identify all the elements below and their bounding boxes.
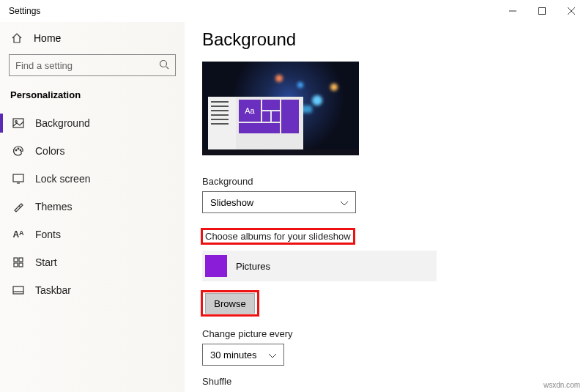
dropdown-value: 30 minutes xyxy=(210,350,257,360)
svg-point-8 xyxy=(15,149,17,151)
dropdown-value: Slideshow xyxy=(210,197,253,208)
svg-line-5 xyxy=(166,67,168,69)
album-name: Pictures xyxy=(236,261,270,272)
lock-screen-icon xyxy=(12,174,25,184)
svg-point-7 xyxy=(15,121,18,123)
background-label: Background xyxy=(202,176,586,187)
svg-rect-15 xyxy=(14,263,18,267)
svg-rect-16 xyxy=(19,263,23,267)
sidebar-item-label: Background xyxy=(35,117,90,129)
palette-icon xyxy=(12,145,25,157)
image-icon xyxy=(12,118,25,128)
content: Background Aa xyxy=(185,22,586,392)
maximize-button[interactable] xyxy=(527,0,557,22)
home-label: Home xyxy=(34,32,61,44)
background-dropdown[interactable]: Slideshow xyxy=(202,191,356,213)
album-item[interactable]: Pictures xyxy=(202,251,437,281)
sidebar-item-themes[interactable]: Themes xyxy=(7,193,177,221)
desktop-preview: Aa xyxy=(202,62,359,155)
sidebar-item-lock-screen[interactable]: Lock screen xyxy=(7,165,177,193)
svg-rect-13 xyxy=(14,258,18,262)
page-title: Background xyxy=(202,29,586,50)
svg-point-10 xyxy=(20,149,21,151)
sidebar-item-label: Fonts xyxy=(35,229,61,240)
sidebar-item-label: Colors xyxy=(35,145,64,157)
sidebar-item-label: Themes xyxy=(35,201,73,212)
chevron-down-icon xyxy=(269,350,276,360)
sidebar-item-label: Taskbar xyxy=(35,284,71,296)
home-link[interactable]: Home xyxy=(7,26,177,51)
home-icon xyxy=(10,32,23,44)
svg-rect-1 xyxy=(539,8,546,15)
sidebar: Home Find a setting Personalization Back… xyxy=(0,22,185,392)
preview-window: Aa xyxy=(208,97,303,149)
watermark: wsxdn.com xyxy=(544,381,580,389)
change-picture-label: Change picture every xyxy=(202,328,586,339)
search-icon xyxy=(159,59,169,72)
preview-accent-tile: Aa xyxy=(239,100,261,122)
sidebar-item-taskbar[interactable]: Taskbar xyxy=(7,276,177,304)
search-placeholder: Find a setting xyxy=(15,60,73,71)
search-input[interactable]: Find a setting xyxy=(9,54,176,76)
shuffle-label: Shuffle xyxy=(202,376,586,387)
sidebar-item-background[interactable]: Background xyxy=(7,109,177,137)
group-label: Personalization xyxy=(7,86,177,109)
sidebar-item-colors[interactable]: Colors xyxy=(7,137,177,165)
albums-label: Choose albums for your slideshow xyxy=(205,231,351,242)
svg-rect-17 xyxy=(13,286,23,294)
browse-button[interactable]: Browse xyxy=(205,293,255,314)
sidebar-item-fonts[interactable]: AA Fonts xyxy=(7,221,177,248)
album-thumbnail xyxy=(205,255,227,277)
svg-rect-11 xyxy=(13,174,23,182)
titlebar: Settings xyxy=(0,0,586,22)
minimize-button[interactable] xyxy=(498,0,527,22)
change-picture-dropdown[interactable]: 30 minutes xyxy=(202,344,284,366)
svg-rect-14 xyxy=(19,258,23,262)
close-button[interactable] xyxy=(557,0,586,22)
taskbar-icon xyxy=(12,286,25,295)
fonts-icon: AA xyxy=(12,229,25,240)
chevron-down-icon xyxy=(341,197,348,208)
svg-point-4 xyxy=(160,60,167,67)
sidebar-item-label: Start xyxy=(35,256,57,268)
sidebar-item-label: Lock screen xyxy=(35,173,90,185)
app-title: Settings xyxy=(9,6,40,16)
sidebar-item-start[interactable]: Start xyxy=(7,248,177,276)
svg-point-9 xyxy=(18,148,19,149)
start-icon xyxy=(12,257,25,267)
themes-icon xyxy=(12,201,25,212)
